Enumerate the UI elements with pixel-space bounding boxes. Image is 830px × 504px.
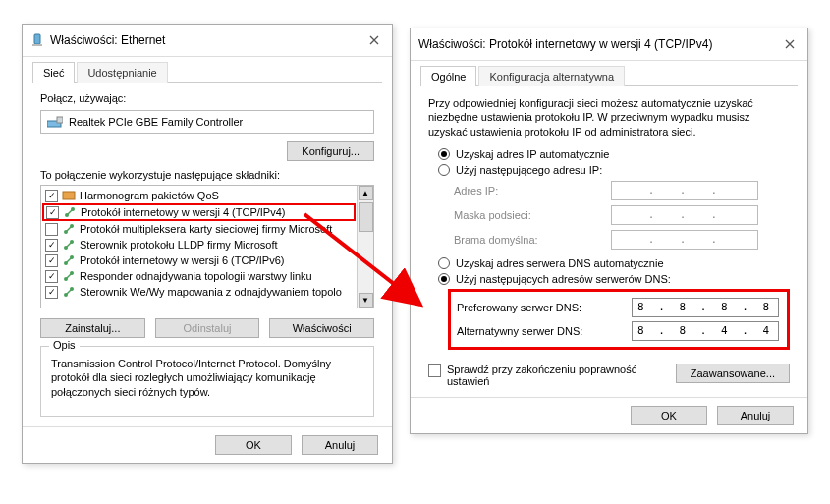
subnet-mask-label: Maska podsieci:	[454, 209, 611, 221]
radio-dns-manual[interactable]: Użyj następujących adresów serwerów DNS:	[438, 273, 790, 285]
component-label: Protokół internetowy w wersji 4 (TCP/IPv…	[81, 206, 285, 218]
scroll-up-icon[interactable]: ▲	[359, 186, 373, 200]
radio-label: Użyj następującego adresu IP:	[456, 164, 602, 176]
protocol-icon	[62, 269, 76, 283]
checkbox-icon[interactable]: ✓	[45, 270, 58, 283]
scroll-down-icon[interactable]: ▼	[359, 293, 373, 308]
component-ipv6[interactable]: ✓ Protokół internetowy w wersji 6 (TCP/I…	[41, 252, 357, 268]
component-label: Harmonogram pakietów QoS	[80, 190, 219, 201]
tab-alternate[interactable]: Konfiguracja alternatywna	[478, 66, 625, 86]
close-button[interactable]	[364, 30, 384, 50]
feature-icon	[62, 189, 76, 202]
checkbox-icon[interactable]: ✓	[46, 206, 59, 219]
component-label: Responder odnajdywania topologii warstwy…	[80, 270, 312, 282]
component-responder[interactable]: ✓ Responder odnajdywania topologii warst…	[41, 268, 357, 284]
tab-general[interactable]: Ogólne	[420, 66, 476, 86]
validate-label: Sprawdź przy zakończeniu poprawność usta…	[447, 364, 643, 387]
component-mapper[interactable]: ✓ Sterownik We/Wy mapowania z odnajdywan…	[41, 284, 357, 300]
protocol-icon	[62, 253, 76, 267]
cancel-button[interactable]: Anuluj	[302, 435, 378, 455]
component-qos[interactable]: ✓ Harmonogram pakietów QoS	[41, 188, 357, 203]
alternate-dns-field[interactable]: 8 . 8 . 4 . 4	[632, 321, 779, 341]
install-button[interactable]: Zainstaluj...	[40, 318, 145, 338]
alternate-dns-label: Alternatywny serwer DNS:	[457, 325, 632, 337]
adapter-name: Realtek PCIe GBE Family Controller	[69, 116, 243, 128]
close-icon	[785, 39, 795, 49]
window-title: Właściwości: Ethernet	[50, 33, 364, 47]
protocol-icon	[62, 285, 76, 299]
cancel-button[interactable]: Anuluj	[717, 406, 794, 425]
checkbox-icon[interactable]: ✓	[45, 239, 58, 252]
component-lldp[interactable]: ✓ Sterownik protokołu LLDP firmy Microso…	[41, 237, 357, 252]
nic-icon	[47, 115, 63, 129]
protocol-icon	[62, 222, 76, 236]
connect-using-label: Połącz, używając:	[40, 92, 374, 104]
ip-address-field: . . .	[611, 181, 758, 200]
intro-text: Przy odpowiedniej konfiguracji sieci moż…	[428, 96, 790, 139]
titlebar-ipv4: Właściwości: Protokół internetowy w wers…	[411, 28, 807, 61]
close-button[interactable]	[780, 34, 800, 54]
component-ipv4[interactable]: ✓ Protokół internetowy w wersji 4 (TCP/I…	[42, 203, 356, 221]
description-text: Transmission Control Protocol/Internet P…	[51, 357, 363, 399]
tab-network[interactable]: Sieć	[32, 62, 75, 83]
radio-icon	[438, 273, 450, 285]
component-label: Sterownik We/Wy mapowania z odnajdywanie…	[80, 286, 342, 298]
network-icon	[30, 33, 44, 47]
protocol-icon	[63, 205, 77, 219]
subnet-mask-field: . . .	[611, 205, 758, 225]
svg-rect-4	[63, 192, 75, 199]
validate-checkbox[interactable]	[428, 364, 441, 377]
checkbox-icon[interactable]	[45, 223, 58, 236]
components-list: ✓ Harmonogram pakietów QoS ✓ Protokół in…	[40, 185, 374, 308]
description-header: Opis	[49, 339, 80, 351]
checkbox-icon[interactable]: ✓	[45, 254, 58, 267]
ok-button[interactable]: OK	[631, 406, 707, 425]
component-label: Protokół multipleksera karty sieciowej f…	[80, 223, 332, 235]
gateway-field: . . .	[611, 230, 758, 250]
component-label: Protokół internetowy w wersji 6 (TCP/IPv…	[80, 254, 284, 266]
properties-button[interactable]: Właściwości	[269, 318, 374, 338]
scroll-thumb[interactable]	[359, 202, 373, 232]
adapter-box: Realtek PCIe GBE Family Controller	[40, 110, 374, 134]
preferred-dns-field[interactable]: 8 . 8 . 8 . 8	[632, 298, 779, 317]
radio-label: Użyj następujących adresów serwerów DNS:	[456, 273, 671, 285]
radio-dns-auto[interactable]: Uzyskaj adres serwera DNS automatycznie	[438, 257, 790, 269]
radio-ip-manual[interactable]: Użyj następującego adresu IP:	[438, 164, 790, 176]
ip-address-label: Adres IP:	[454, 185, 611, 196]
close-icon	[369, 35, 379, 45]
titlebar-ethernet: Właściwości: Ethernet	[23, 25, 392, 57]
checkbox-icon[interactable]: ✓	[45, 286, 58, 299]
checkbox-icon[interactable]: ✓	[45, 190, 58, 202]
radio-label: Uzyskaj adres IP automatycznie	[456, 148, 609, 160]
ok-button[interactable]: OK	[215, 435, 292, 455]
components-label: To połączenie wykorzystuje następujące s…	[40, 169, 374, 181]
radio-ip-auto[interactable]: Uzyskaj adres IP automatycznie	[438, 148, 790, 160]
component-label: Sterownik protokołu LLDP firmy Microsoft	[80, 239, 278, 251]
radio-label: Uzyskaj adres serwera DNS automatycznie	[456, 257, 664, 269]
svg-rect-1	[32, 44, 42, 46]
tab-sharing[interactable]: Udostępnianie	[77, 62, 167, 83]
window-title: Właściwości: Protokół internetowy w wers…	[418, 37, 780, 51]
components-scrollbar[interactable]: ▲ ▼	[357, 186, 373, 308]
svg-rect-0	[34, 34, 40, 44]
protocol-icon	[62, 238, 76, 252]
svg-rect-3	[57, 117, 63, 123]
advanced-button[interactable]: Zaawansowane...	[676, 364, 790, 383]
dns-highlight-box: Preferowany serwer DNS: 8 . 8 . 8 . 8 Al…	[448, 289, 790, 350]
component-multiplexor[interactable]: Protokół multipleksera karty sieciowej f…	[41, 221, 357, 237]
radio-icon	[438, 148, 450, 160]
configure-button[interactable]: Konfiguruj...	[287, 141, 374, 161]
preferred-dns-label: Preferowany serwer DNS:	[457, 302, 632, 313]
radio-icon	[438, 257, 450, 269]
gateway-label: Brama domyślna:	[454, 234, 611, 246]
radio-icon	[438, 164, 450, 176]
uninstall-button: Odinstaluj	[155, 318, 260, 338]
